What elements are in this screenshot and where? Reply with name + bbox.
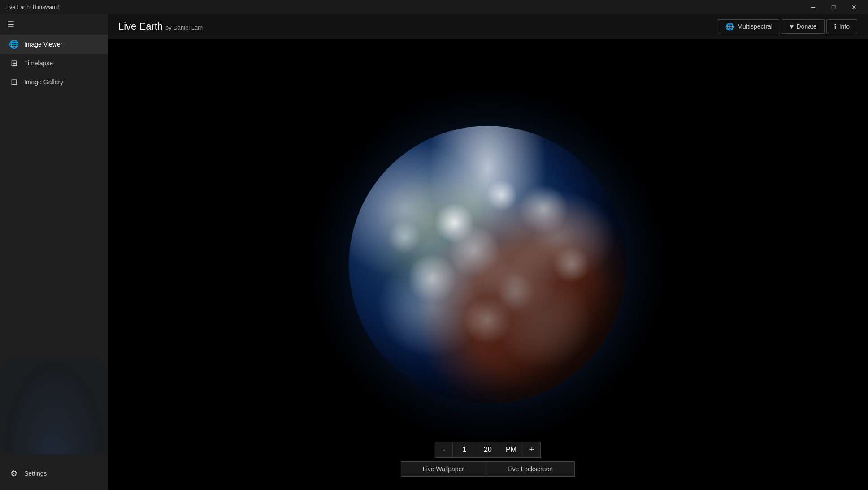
timelapse-icon: ⊞ xyxy=(9,58,19,68)
app-title: Live Earth by Daniel Lam xyxy=(118,21,203,32)
donate-button[interactable]: ♥ Donate xyxy=(782,19,825,34)
app-title-bar: Live Earth: Himawari 8 xyxy=(5,4,60,10)
donate-icon: ♥ xyxy=(790,22,794,30)
multispectral-label: Multispectral xyxy=(737,23,773,30)
time-display: 1 20 PM xyxy=(453,442,523,458)
hour-display: 1 xyxy=(453,442,476,458)
minimize-button[interactable]: ─ xyxy=(803,0,823,14)
multispectral-button[interactable]: 🌐 Multispectral xyxy=(718,19,780,34)
sidebar-bottom: ⚙ Settings xyxy=(0,457,108,490)
multispectral-icon: 🌐 xyxy=(725,22,734,31)
hamburger-button[interactable]: ☰ xyxy=(0,14,108,35)
settings-icon: ⚙ xyxy=(9,469,19,478)
app-body: ☰ 🌐 Image Viewer ⊞ Timelapse ⊟ Image Gal… xyxy=(0,14,868,490)
sidebar-item-timelapse[interactable]: ⊞ Timelapse xyxy=(0,54,108,73)
top-bar-actions: 🌐 Multispectral ♥ Donate ℹ Info xyxy=(718,19,857,34)
close-button[interactable]: ✕ xyxy=(844,0,864,14)
sidebar-item-label-settings: Settings xyxy=(24,470,47,477)
app-title-main: Live Earth xyxy=(118,21,163,32)
action-buttons: Live Wallpaper Live Lockscreen xyxy=(401,461,575,477)
live-wallpaper-button[interactable]: Live Wallpaper xyxy=(401,461,486,477)
time-plus-button[interactable]: + xyxy=(523,442,541,458)
title-bar: Live Earth: Himawari 8 ─ □ ✕ xyxy=(0,0,868,14)
image-viewer-icon: 🌐 xyxy=(9,39,19,49)
bottom-controls: - 1 20 PM + Live Wallpaper Live Lockscre… xyxy=(401,442,575,477)
minute-display: 20 xyxy=(476,442,499,458)
window-controls: ─ □ ✕ xyxy=(803,0,864,14)
content-area: Live Earth by Daniel Lam 🌐 Multispectral… xyxy=(108,14,868,490)
time-minus-button[interactable]: - xyxy=(435,442,453,458)
live-lockscreen-button[interactable]: Live Lockscreen xyxy=(486,461,575,477)
sidebar-item-settings[interactable]: ⚙ Settings xyxy=(0,464,108,483)
sidebar-item-label-gallery: Image Gallery xyxy=(24,78,63,86)
ampm-display: PM xyxy=(499,442,523,458)
time-controls: - 1 20 PM + xyxy=(435,442,541,458)
earth-globe xyxy=(349,126,627,404)
maximize-button[interactable]: □ xyxy=(823,0,844,14)
app-title-by: by Daniel Lam xyxy=(165,24,203,31)
earth-container: - 1 20 PM + Live Wallpaper Live Lockscre… xyxy=(108,39,868,490)
top-bar: Live Earth by Daniel Lam 🌐 Multispectral… xyxy=(108,14,868,39)
sidebar-item-label-image-viewer: Image Viewer xyxy=(24,41,62,48)
sidebar-item-label-timelapse: Timelapse xyxy=(24,60,53,67)
sidebar: ☰ 🌐 Image Viewer ⊞ Timelapse ⊟ Image Gal… xyxy=(0,14,108,490)
hamburger-icon: ☰ xyxy=(7,20,14,30)
donate-label: Donate xyxy=(796,23,816,30)
sidebar-item-image-viewer[interactable]: 🌐 Image Viewer xyxy=(0,35,108,54)
sidebar-item-image-gallery[interactable]: ⊟ Image Gallery xyxy=(0,73,108,91)
info-button[interactable]: ℹ Info xyxy=(826,19,857,34)
image-gallery-icon: ⊟ xyxy=(9,77,19,87)
sidebar-nav: 🌐 Image Viewer ⊞ Timelapse ⊟ Image Galle… xyxy=(0,35,108,457)
info-label: Info xyxy=(839,23,850,30)
info-icon: ℹ xyxy=(834,22,837,31)
